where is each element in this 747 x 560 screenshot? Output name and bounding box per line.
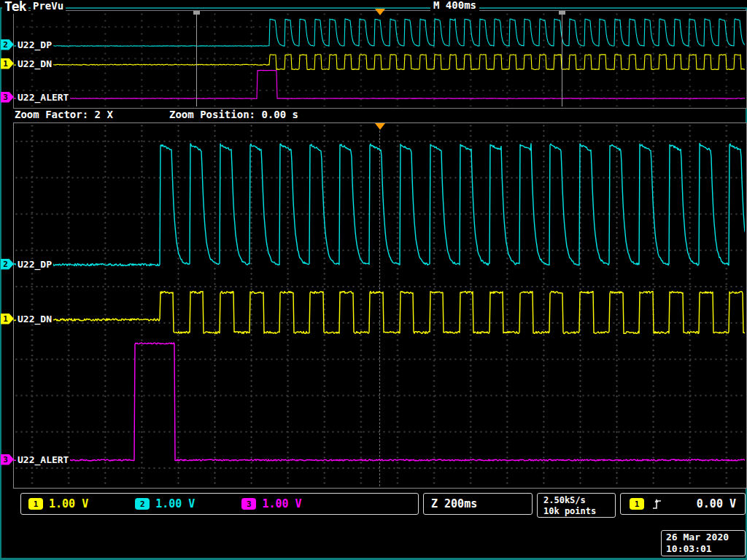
zoom-bracket-right[interactable]	[562, 11, 562, 106]
channel-2-scale: 1.00 V	[155, 497, 195, 510]
overview-ch1-row: 1 U22_DN	[1, 58, 53, 69]
channel-3-scale: 1.00 V	[262, 497, 301, 510]
overview-ch2-row: 2 U22_DP	[1, 39, 53, 50]
channel-2-label: U22_DP	[16, 39, 53, 50]
datetime-box: 26 Mar 2020 10:03:01	[661, 530, 746, 556]
acquisition-mode-label: PreVu	[31, 0, 66, 12]
trigger-position-marker-overview[interactable]	[375, 9, 385, 15]
bezel-top	[0, 7, 747, 9]
sample-rate-readout: 2.50kS/s	[543, 495, 615, 506]
zoom-timebase-box[interactable]: Z 200ms	[423, 493, 533, 515]
channel-1-label: U22_DN	[16, 314, 53, 324]
zoom-window	[13, 122, 747, 489]
zoom-bracket-right-handle[interactable]	[559, 11, 565, 15]
tek-logo: Tek	[2, 0, 28, 14]
date-readout: 26 Mar 2020	[666, 532, 745, 543]
zoom-bracket-left[interactable]	[196, 11, 197, 106]
zoom-factor-readout[interactable]: Zoom Factor: 2 X	[15, 109, 113, 120]
channel-3-ground-marker[interactable]: 3	[1, 92, 14, 103]
channel-3-label: U22_ALERT	[16, 454, 70, 465]
channel-2-ground-marker[interactable]: 2	[1, 259, 14, 270]
zoom-bracket-left-handle[interactable]	[193, 11, 200, 15]
trigger-source-badge[interactable]: 1	[630, 498, 644, 510]
ch1-scale-group[interactable]: 1 1.00 V	[28, 497, 88, 510]
zoom-ch3-row: 3 U22_ALERT	[1, 454, 70, 465]
overview-waveforms	[14, 11, 745, 106]
channel-1-ground-marker[interactable]: 1	[1, 314, 14, 324]
bezel-left	[0, 7, 1, 560]
channel-1-badge[interactable]: 1	[28, 498, 43, 510]
channel-2-ground-marker[interactable]: 2	[1, 39, 14, 50]
zoom-waveforms	[14, 123, 745, 486]
time-readout: 10:03:01	[666, 543, 745, 555]
zoom-position-readout[interactable]: Zoom Position: 0.00 s	[169, 109, 298, 120]
zoom-timebase-readout: Z 200ms	[431, 497, 477, 510]
oscilloscope-screen: Tek PreVu M 400ms 2 U22_DP 1 U22_DN 3 U2…	[0, 0, 747, 560]
channel-2-badge[interactable]: 2	[135, 498, 150, 510]
channel-3-ground-marker[interactable]: 3	[1, 454, 14, 465]
trigger-readout-box[interactable]: 1 0.00 V	[620, 493, 746, 515]
channel-1-label: U22_DN	[16, 58, 53, 69]
channel-scales-box[interactable]: 1 1.00 V 2 1.00 V 3 1.00 V	[20, 493, 419, 515]
channel-1-ground-marker[interactable]: 1	[1, 58, 14, 69]
ch3-scale-group[interactable]: 3 1.00 V	[241, 497, 301, 510]
ch2-scale-group[interactable]: 2 1.00 V	[135, 497, 195, 510]
zoom-ch1-row: 1 U22_DN	[1, 313, 53, 324]
main-timebase-readout[interactable]: M 400ms	[430, 0, 479, 11]
channel-2-label: U22_DP	[16, 259, 53, 270]
record-length-readout: 10k points	[543, 506, 615, 517]
overview-window	[13, 10, 747, 109]
trigger-position-marker-zoom[interactable]	[375, 123, 385, 130]
zoom-ch2-row: 2 U22_DP	[1, 258, 53, 270]
overview-ch3-row: 3 U22_ALERT	[1, 91, 70, 103]
channel-3-label: U22_ALERT	[16, 92, 70, 103]
acquisition-info-box[interactable]: 2.50kS/s 10k points	[537, 493, 616, 518]
channel-1-scale: 1.00 V	[49, 497, 88, 510]
trigger-level-readout: 0.00 V	[697, 497, 736, 510]
channel-3-badge[interactable]: 3	[241, 498, 256, 510]
rising-edge-icon	[651, 498, 662, 510]
